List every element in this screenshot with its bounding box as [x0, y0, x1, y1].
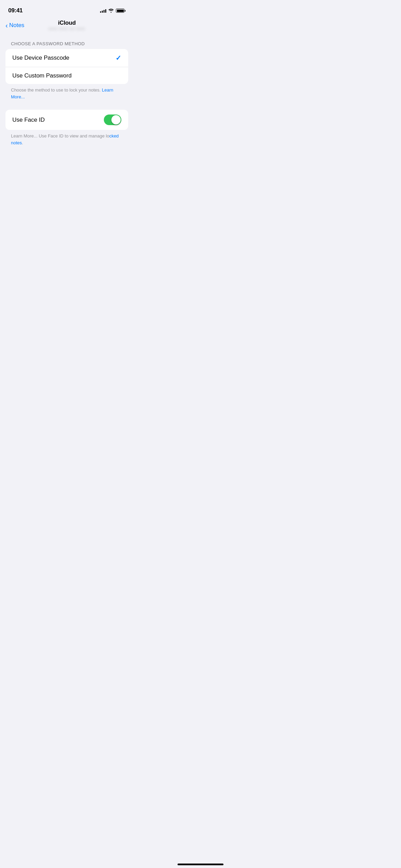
nav-subtitle: ••••• ••••• ••• ••••• [49, 27, 85, 32]
toggle-knob [111, 115, 121, 124]
battery-icon [116, 9, 125, 13]
password-footer-text: Choose the method to use to lock your no… [11, 87, 102, 93]
device-passcode-row[interactable]: Use Device Passcode ✓ [5, 49, 128, 67]
checkmark-icon: ✓ [116, 54, 121, 62]
page-title: iCloud [58, 20, 76, 26]
section-gap [0, 100, 134, 110]
battery-fill [117, 10, 124, 12]
signal-bar-3 [104, 10, 105, 13]
password-method-card: Use Device Passcode ✓ Use Custom Passwor… [5, 49, 128, 84]
status-bar: 09:41 [0, 0, 134, 16]
battery-body [116, 9, 124, 13]
password-section-label: CHOOSE A PASSWORD METHOD [0, 41, 134, 49]
wifi-icon [108, 9, 114, 13]
signal-bars-icon [100, 9, 106, 13]
face-id-toggle[interactable] [104, 114, 121, 125]
nav-title-group: iCloud ••••• ••••• ••• ••••• [49, 20, 85, 32]
password-footer: Choose the method to use to lock your no… [0, 84, 134, 100]
face-id-footer: Learn More... Use Face ID to view and ma… [0, 130, 134, 146]
face-id-row: Use Face ID [5, 110, 128, 130]
device-passcode-label: Use Device Passcode [12, 55, 69, 61]
nav-bar: ‹ Notes iCloud ••••• ••••• ••• ••••• [0, 16, 134, 36]
content: CHOOSE A PASSWORD METHOD Use Device Pass… [0, 36, 134, 152]
custom-password-row[interactable]: Use Custom Password [5, 67, 128, 84]
status-time: 09:41 [8, 7, 23, 14]
face-id-footer-post: . [22, 140, 23, 145]
signal-bar-2 [102, 11, 103, 13]
chevron-left-icon: ‹ [5, 22, 8, 29]
back-button[interactable]: ‹ Notes [5, 22, 24, 29]
face-id-label: Use Face ID [12, 117, 45, 123]
signal-bar-1 [100, 11, 101, 13]
face-id-card: Use Face ID [5, 110, 128, 130]
back-label: Notes [9, 22, 24, 29]
face-id-footer-pre: Learn More... Use Face ID to view and ma… [11, 133, 109, 138]
battery-tip [125, 10, 125, 12]
custom-password-label: Use Custom Password [12, 72, 72, 79]
signal-bar-4 [105, 9, 106, 13]
status-icons [100, 9, 125, 13]
